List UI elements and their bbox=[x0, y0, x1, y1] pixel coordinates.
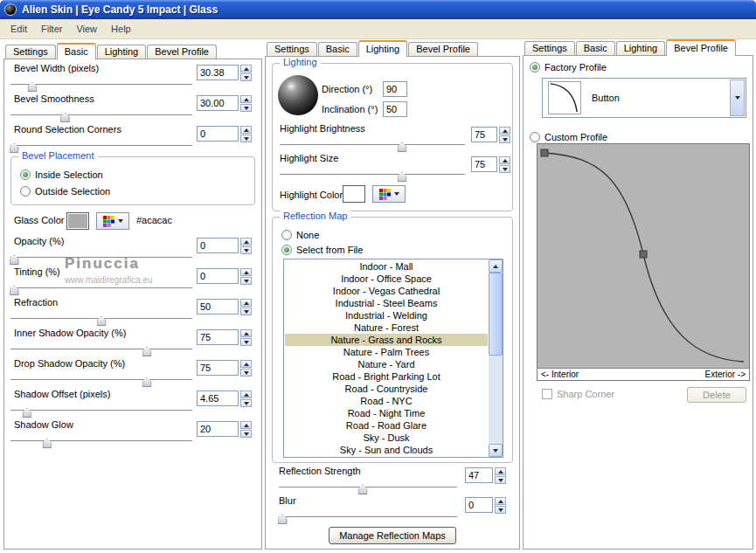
scroll-down-button[interactable] bbox=[489, 444, 503, 457]
slider-track[interactable] bbox=[10, 407, 192, 418]
tab-lighting[interactable]: Lighting bbox=[358, 40, 408, 57]
tab-bevel-profile[interactable]: Bevel Profile bbox=[147, 45, 217, 59]
value-input[interactable]: 0 bbox=[465, 497, 493, 513]
value-input[interactable]: 75 bbox=[471, 127, 497, 142]
spin-up-button[interactable] bbox=[495, 497, 506, 505]
value-input[interactable]: 50 bbox=[197, 299, 239, 315]
spin-down-button[interactable] bbox=[495, 506, 506, 514]
spin-down-button[interactable] bbox=[240, 430, 252, 438]
manage-reflection-maps-button[interactable]: Manage Reflection Maps bbox=[329, 527, 456, 544]
slider-thumb[interactable] bbox=[10, 255, 19, 265]
list-item[interactable]: Road - Countryside bbox=[285, 383, 488, 395]
radio-none[interactable]: None bbox=[281, 230, 319, 240]
slider-track[interactable] bbox=[10, 438, 192, 449]
list-item[interactable]: Nature - Palm Trees bbox=[285, 346, 488, 358]
glass-color-picker-button[interactable] bbox=[96, 212, 129, 230]
tab-bevel-profile[interactable]: Bevel Profile bbox=[408, 42, 478, 56]
slider-thumb[interactable] bbox=[22, 408, 31, 418]
slider-thumb[interactable] bbox=[10, 286, 19, 295]
combo-dropdown-arrow[interactable] bbox=[730, 79, 745, 116]
spin-up-button[interactable] bbox=[495, 467, 506, 475]
slider-track[interactable] bbox=[10, 81, 192, 93]
radio-select-from-file[interactable]: Select from File bbox=[281, 245, 363, 255]
list-item[interactable]: Indoor - Office Space bbox=[285, 273, 488, 285]
radio-inside-selection[interactable]: Inside Selection bbox=[20, 169, 103, 180]
spin-down-button[interactable] bbox=[240, 369, 252, 377]
slider-thumb[interactable] bbox=[27, 82, 37, 92]
menu-help[interactable]: Help bbox=[104, 22, 138, 36]
value-input[interactable]: 30.00 bbox=[197, 95, 239, 111]
tab-settings[interactable]: Settings bbox=[267, 42, 317, 56]
spin-up-button[interactable] bbox=[240, 329, 252, 337]
value-input[interactable]: 75 bbox=[471, 156, 497, 172]
tab-bevel-profile[interactable]: Bevel Profile bbox=[666, 39, 736, 56]
slider-thumb[interactable] bbox=[10, 143, 19, 153]
radio-outside-selection[interactable]: Outside Selection bbox=[20, 186, 110, 197]
list-item[interactable]: Nature - Yard bbox=[285, 358, 488, 370]
spin-up-button[interactable] bbox=[240, 238, 252, 245]
spin-up-button[interactable] bbox=[240, 268, 252, 276]
value-input[interactable]: 0 bbox=[197, 268, 239, 284]
list-item[interactable]: Sky - Sun and Clouds bbox=[285, 444, 488, 456]
slider-thumb[interactable] bbox=[97, 316, 107, 326]
scroll-up-button[interactable] bbox=[489, 259, 503, 273]
list-item[interactable]: Industrial - Welding bbox=[285, 309, 488, 321]
inclination-input[interactable]: 50 bbox=[383, 101, 407, 117]
spin-down-button[interactable] bbox=[495, 476, 506, 484]
slider-track[interactable] bbox=[10, 377, 192, 388]
tab-settings[interactable]: Settings bbox=[524, 41, 575, 55]
list-item[interactable]: Road - Road Glare bbox=[285, 419, 488, 432]
highlight-color-picker-button[interactable] bbox=[372, 185, 406, 203]
menu-edit[interactable]: Edit bbox=[3, 22, 34, 36]
slider-track[interactable] bbox=[10, 254, 192, 266]
title-bar[interactable]: Alien Skin | Eye Candy 5 Impact | Glass bbox=[0, 0, 756, 19]
radio-custom-profile[interactable]: Custom Profile bbox=[530, 132, 607, 142]
menu-view[interactable]: View bbox=[69, 22, 104, 36]
profile-curve-editor[interactable]: <- Interior Exterior -> bbox=[537, 143, 750, 381]
tab-basic[interactable]: Basic bbox=[318, 42, 357, 56]
spin-up-button[interactable] bbox=[240, 65, 252, 73]
tab-basic[interactable]: Basic bbox=[576, 41, 615, 55]
light-direction-ball[interactable] bbox=[278, 75, 318, 115]
slider-track[interactable] bbox=[10, 315, 192, 327]
slider-thumb[interactable] bbox=[60, 113, 70, 122]
value-input[interactable]: 0 bbox=[197, 126, 239, 142]
curve-control-point[interactable] bbox=[541, 149, 548, 156]
spin-down-button[interactable] bbox=[240, 399, 252, 407]
list-item[interactable]: Road - Bright Parking Lot bbox=[285, 370, 488, 383]
spin-down-button[interactable] bbox=[240, 104, 252, 112]
list-scrollbar[interactable] bbox=[489, 259, 503, 457]
tab-basic[interactable]: Basic bbox=[57, 43, 96, 59]
list-item[interactable]: Industrial - Steel Beams bbox=[285, 297, 488, 309]
list-item[interactable]: Nature - Grass and Rocks bbox=[285, 334, 488, 346]
list-item[interactable]: Indoor - Vegas Cathedral bbox=[285, 285, 488, 297]
radio-factory-profile[interactable]: Factory Profile bbox=[530, 62, 607, 73]
spin-up-button[interactable] bbox=[240, 421, 252, 429]
spin-up-button[interactable] bbox=[240, 126, 252, 134]
spin-down-button[interactable] bbox=[499, 165, 510, 173]
spin-up-button[interactable] bbox=[240, 299, 252, 307]
list-item[interactable]: Road - Night Time bbox=[285, 407, 488, 419]
spin-up-button[interactable] bbox=[240, 360, 252, 368]
list-item[interactable]: Sky - Dusk bbox=[285, 432, 488, 444]
spin-up-button[interactable] bbox=[240, 391, 252, 398]
curve-control-point[interactable] bbox=[640, 251, 647, 258]
slider-track[interactable] bbox=[279, 484, 457, 495]
slider-track[interactable] bbox=[280, 142, 465, 153]
list-item[interactable]: Indoor - Mall bbox=[285, 260, 488, 273]
slider-thumb[interactable] bbox=[278, 515, 288, 524]
value-input[interactable]: 47 bbox=[465, 467, 493, 483]
spin-down-button[interactable] bbox=[240, 135, 252, 142]
profile-combobox[interactable]: Button bbox=[542, 78, 746, 118]
spin-up-button[interactable] bbox=[499, 156, 510, 164]
spin-up-button[interactable] bbox=[499, 127, 510, 135]
slider-thumb[interactable] bbox=[142, 347, 152, 356]
slider-track[interactable] bbox=[10, 112, 192, 123]
menu-filter[interactable]: Filter bbox=[34, 22, 69, 36]
spin-down-button[interactable] bbox=[240, 338, 252, 346]
spin-down-button[interactable] bbox=[240, 277, 252, 285]
slider-track[interactable] bbox=[280, 171, 465, 183]
spin-down-button[interactable] bbox=[240, 246, 252, 254]
value-input[interactable]: 30.38 bbox=[197, 65, 239, 80]
tab-lighting[interactable]: Lighting bbox=[97, 45, 147, 59]
